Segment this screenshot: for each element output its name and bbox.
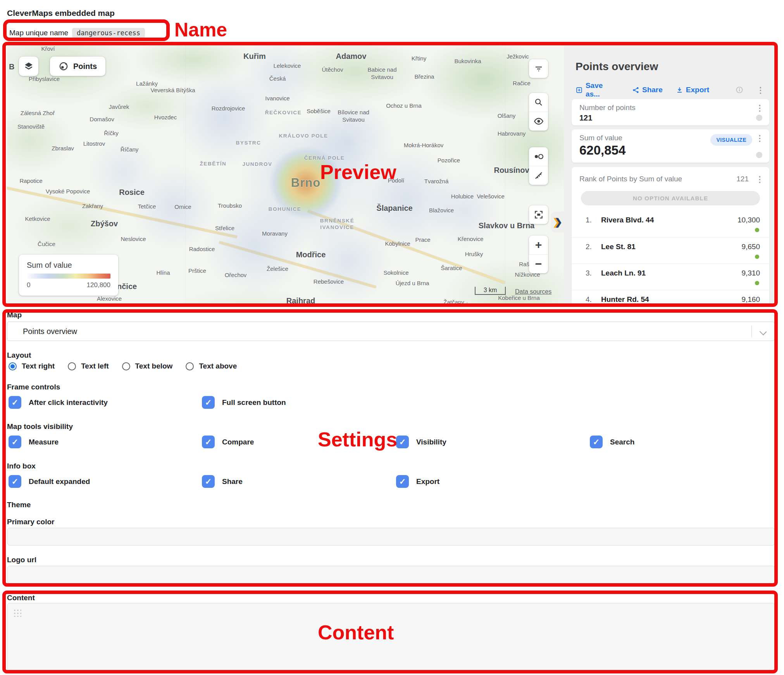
export-button[interactable]: Export bbox=[676, 86, 709, 94]
rank-row[interactable]: 4.Hunter Rd. 549,160 bbox=[572, 290, 769, 305]
checkbox[interactable]: ✓ bbox=[9, 475, 21, 488]
radio-button[interactable] bbox=[68, 362, 76, 370]
map-label-hvozdec: Hvozdec bbox=[154, 114, 177, 121]
radio-button[interactable] bbox=[122, 362, 130, 370]
content-editor[interactable] bbox=[7, 603, 775, 673]
fullscreen-icon bbox=[534, 210, 544, 220]
visualize-badge[interactable]: VISUALIZE bbox=[710, 134, 752, 146]
rank-rows: 1.Rivera Blvd. 4410,3002.Lee St. 819,650… bbox=[572, 211, 769, 305]
map-label-o-echov: Ořechov bbox=[225, 272, 247, 279]
map-label-bohunice: BOHUNICE bbox=[269, 206, 302, 213]
map-label-brno: Brno bbox=[291, 176, 320, 191]
map-label-bla-ovice: Blažovice bbox=[429, 207, 454, 214]
map-label-slavkov-u-brna: Slavkov u Brna bbox=[479, 221, 535, 231]
radio-text-above[interactable]: Text above bbox=[186, 362, 237, 370]
checkbox-label: Share bbox=[222, 477, 243, 486]
share-button[interactable]: Share bbox=[632, 86, 663, 94]
checkbox[interactable]: ✓ bbox=[202, 396, 215, 409]
chevron-down-icon[interactable] bbox=[760, 328, 767, 336]
checkbox-compare[interactable]: ✓Compare bbox=[202, 436, 396, 448]
map-label-troubsko: Troubsko bbox=[218, 202, 242, 210]
map-label-e-kovice: ŘEČKOVICE bbox=[265, 110, 302, 116]
primary-color-input[interactable] bbox=[7, 528, 775, 546]
checkbox-search[interactable]: ✓Search bbox=[590, 436, 753, 448]
map-label-podol: Podolí bbox=[388, 177, 405, 184]
map-select[interactable]: Points overview bbox=[7, 322, 775, 341]
info-icon[interactable] bbox=[736, 86, 743, 94]
radio-button[interactable] bbox=[9, 362, 17, 370]
map-label-kobylnice: Kobylnice bbox=[385, 240, 410, 248]
rank-kebab-icon[interactable]: ⋮ bbox=[756, 175, 764, 183]
radio-text-below[interactable]: Text below bbox=[122, 362, 173, 370]
compare-tool-button[interactable] bbox=[529, 147, 548, 166]
map-label-kobe-ice-u-brna: Kobeřice u Brna bbox=[498, 294, 540, 302]
map-label-ochoz-u-brna: Ochoz u Brna bbox=[386, 102, 422, 110]
checkbox-full-screen-button[interactable]: ✓Full screen button bbox=[202, 396, 396, 409]
checkbox[interactable]: ✓ bbox=[202, 475, 215, 488]
points-overview-panel: Points overview Save as... Share Export … bbox=[564, 44, 774, 305]
radio-text-right[interactable]: Text right bbox=[9, 362, 55, 370]
drag-handle-icon[interactable] bbox=[13, 609, 21, 617]
filter-tool-button[interactable] bbox=[529, 59, 548, 78]
checkbox-measure[interactable]: ✓Measure bbox=[9, 436, 202, 448]
rank-row[interactable]: 3.Leach Ln. 919,310 bbox=[572, 263, 769, 290]
map-unique-name-value[interactable]: dangerous-recess bbox=[72, 28, 145, 38]
checkbox[interactable]: ✓ bbox=[9, 436, 21, 448]
checkbox[interactable]: ✓ bbox=[202, 436, 215, 448]
map-label-z-lesn-zho: Zálesná Zhoř bbox=[21, 110, 55, 117]
map-label-babice-nad-svitavou: Babice nad Svitavou bbox=[367, 66, 396, 81]
checkbox-default-expanded[interactable]: ✓Default expanded bbox=[9, 475, 202, 488]
radio-label: Text above bbox=[199, 362, 237, 370]
checkbox-label: Visibility bbox=[416, 438, 446, 446]
info-box-label: Info box bbox=[7, 462, 36, 470]
name-field-label: Map unique name bbox=[9, 29, 68, 37]
indicator-card-number-of-points[interactable]: Number of points 121 ⋮ bbox=[572, 99, 769, 126]
checkbox-visibility[interactable]: ✓Visibility bbox=[396, 436, 590, 448]
visibility-tool-button[interactable] bbox=[529, 112, 548, 131]
map-label-la-nky: Lažánky bbox=[136, 80, 158, 88]
rank-value: 10,300 bbox=[737, 216, 760, 224]
rank-row[interactable]: 1.Rivera Blvd. 4410,300 bbox=[572, 211, 769, 237]
card-kebab-icon[interactable]: ⋮ bbox=[756, 134, 764, 142]
panel-actions: Save as... Share Export ⋮ bbox=[576, 81, 765, 98]
map-label-habrovany: Habrovany bbox=[498, 130, 526, 138]
map-preview[interactable]: á BKřovíKuřimAdamovLelekoviceÚtěchovBabi… bbox=[7, 44, 564, 305]
checkbox[interactable]: ✓ bbox=[590, 436, 603, 448]
map-label-sokolnice: Sokolnice bbox=[383, 269, 408, 277]
data-sources-link[interactable]: Data sources bbox=[515, 288, 551, 295]
save-as-button[interactable]: Save as... bbox=[576, 81, 619, 98]
eye-icon bbox=[534, 116, 544, 126]
map-label-brn-nsk-ivanovice: BRNĚNSKÉ IVANOVICE bbox=[320, 218, 355, 231]
card-kebab-icon[interactable]: ⋮ bbox=[756, 104, 764, 112]
indicator-card-sum-of-value[interactable]: Sum of value 620,854 VISUALIZE ⋮ bbox=[572, 129, 769, 163]
measure-tool-button[interactable] bbox=[529, 166, 548, 185]
map-label-aratice: Šaratice bbox=[441, 265, 462, 272]
zoom-out-button[interactable]: − bbox=[529, 254, 548, 273]
checkbox[interactable]: ✓ bbox=[396, 475, 409, 488]
rank-row[interactable]: 2.Lee St. 819,650 bbox=[572, 237, 769, 263]
logo-url-input[interactable] bbox=[7, 566, 775, 584]
checkbox[interactable]: ✓ bbox=[396, 436, 409, 448]
fullscreen-button[interactable] bbox=[529, 205, 548, 224]
map-search-button[interactable] bbox=[529, 93, 548, 112]
radio-text-left[interactable]: Text left bbox=[68, 362, 109, 370]
panel-collapse-tab[interactable]: ❯ ❯ bbox=[551, 212, 564, 232]
map-label-mokr-hor-kov: Mokrá-Horákov bbox=[404, 142, 444, 149]
map-label-b: á B bbox=[7, 62, 15, 72]
checkbox-export[interactable]: ✓Export bbox=[396, 475, 590, 488]
radio-button[interactable] bbox=[186, 362, 194, 370]
panel-kebab-icon[interactable]: ⋮ bbox=[756, 86, 765, 94]
map-label-ra-ice: Račice bbox=[513, 80, 531, 87]
points-layer-button[interactable]: Points bbox=[50, 57, 105, 76]
map-label-rapotice: Rapotice bbox=[19, 177, 42, 185]
zoom-in-button[interactable]: + bbox=[529, 236, 548, 254]
checkbox-after-click-interactivity[interactable]: ✓After click interactivity bbox=[9, 396, 202, 409]
layers-button[interactable] bbox=[19, 57, 38, 76]
map-label-pr-tice: Prštice bbox=[188, 267, 206, 275]
map-label-ern-pole: ČERNÁ POLE bbox=[304, 155, 345, 162]
map-section-label: Map bbox=[7, 311, 22, 319]
map-label-t-chov: Útěchov bbox=[322, 66, 343, 74]
checkbox[interactable]: ✓ bbox=[9, 396, 21, 409]
rank-name: Hunter Rd. 54 bbox=[601, 295, 649, 303]
checkbox-share[interactable]: ✓Share bbox=[202, 475, 396, 488]
